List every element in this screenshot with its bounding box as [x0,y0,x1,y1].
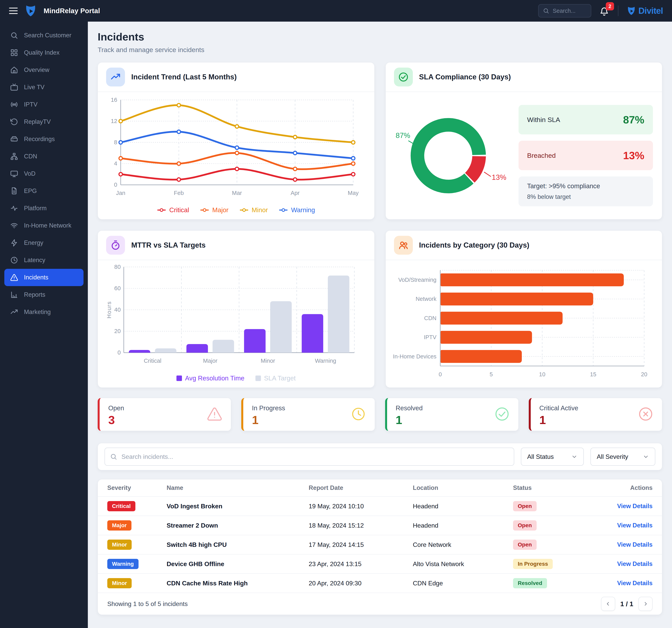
sidebar-item-marketing[interactable]: Marketing [4,304,83,321]
legend-item-major[interactable]: Major [200,206,229,214]
main-content: Incidents Track and manage service incid… [88,22,672,615]
sidebar-item-platform[interactable]: Platform [4,200,83,217]
sidebar-item-label: Platform [24,205,47,212]
sidebar-item-overview[interactable]: Overview [4,61,83,79]
sidebar-item-replaytv[interactable]: ReplayTV [4,113,83,130]
stat-label: Critical Active [539,404,653,412]
sidebar: Search CustomerQuality IndexOverviewLive… [0,22,88,628]
legend-item-warning[interactable]: Warning [279,206,315,214]
alert-triangle-icon [207,406,222,422]
category-chart: VoD/StreamingNetworkCDNIPTVIn-Home Devic… [391,268,656,381]
svg-text:87%: 87% [395,131,410,140]
incident-search-input[interactable] [121,453,509,460]
check-circle-icon [495,406,510,422]
status-badge: Open [513,539,536,550]
sidebar-item-search-customer[interactable]: Search Customer [4,27,83,44]
legend-item-minor[interactable]: Minor [240,206,268,214]
incident-location: CDN Edge [413,580,513,587]
sidebar-item-cdn[interactable]: CDN [4,148,83,165]
view-details-link[interactable]: View Details [617,541,652,548]
breached-label: Breached [527,152,556,159]
legend-item-avg-resolution-time[interactable]: Avg Resolution Time [176,375,244,382]
severity-filter-select[interactable]: All Severity [591,448,655,466]
incident-name: Switch 4B high CPU [167,541,309,549]
stats-row: Open3In Progress1Resolved1Critical Activ… [98,398,662,431]
column-header-name: Name [167,484,309,491]
page-subtitle: Track and manage service incidents [98,46,662,54]
hamburger-menu-icon[interactable] [9,8,18,14]
sidebar-item-label: Overview [24,66,49,73]
sidebar-item-live-tv[interactable]: Live TV [4,79,83,96]
next-page-button[interactable] [639,597,652,611]
filter-bar: All Status All Severity [98,443,662,470]
within-sla-value: 87% [623,114,644,126]
report-date: 20 Apr, 2024 09:30 [309,580,413,587]
sidebar-item-label: Quality Index [24,49,59,56]
svg-text:0: 0 [114,182,117,188]
chevron-left-icon [605,601,611,607]
report-date: 18 May, 2024 15:12 [309,522,413,529]
svg-text:8: 8 [114,139,117,145]
stat-value: 3 [108,414,222,426]
svg-text:Critical: Critical [144,357,162,364]
status-filter-select[interactable]: All Status [521,448,584,466]
view-details-link[interactable]: View Details [617,560,652,567]
sidebar-item-quality-index[interactable]: Quality Index [4,44,83,61]
sidebar-item-in-home-network[interactable]: In-Home Network [4,217,83,234]
sidebar-item-label: IPTV [24,101,38,108]
sitemap-icon [10,152,18,160]
search-icon [110,453,117,460]
incident-trend-card: Incident Trend (Last 5 Months) 0481216Ja… [98,62,375,219]
sidebar-item-vod[interactable]: VoD [4,165,83,182]
svg-text:Feb: Feb [174,190,184,196]
sidebar-item-reports[interactable]: Reports [4,286,83,304]
report-date: 17 May, 2024 14:15 [309,541,413,549]
view-details-link[interactable]: View Details [617,580,652,586]
svg-text:12: 12 [111,118,117,124]
stat-card-open: Open3 [98,398,231,431]
view-details-link[interactable]: View Details [617,522,652,529]
svg-text:VoD/Streaming: VoD/Streaming [398,277,436,283]
stat-value: 1 [539,414,653,426]
incident-search[interactable] [104,448,514,466]
svg-text:20: 20 [114,328,121,334]
activity-icon [10,204,18,212]
users-icon [394,236,413,255]
report-date: 19 May, 2024 10:10 [309,503,413,510]
page-title: Incidents [98,31,662,43]
sidebar-item-latency[interactable]: Latency [4,251,83,269]
sidebar-item-incidents[interactable]: Incidents [4,269,83,286]
stopwatch-icon [106,236,125,255]
svg-text:5: 5 [490,371,493,378]
legend-item-sla-target[interactable]: SLA Target [256,375,296,382]
sidebar-item-recordings[interactable]: Recordings [4,130,83,148]
prev-page-button[interactable] [601,597,615,611]
brand-name: Divitel [639,6,663,16]
notifications-button[interactable]: 2 [600,5,610,16]
check-circle-icon [394,68,413,87]
notification-badge: 2 [606,2,614,10]
severity-badge: Critical [107,501,136,511]
svg-text:Warning: Warning [315,357,336,364]
view-details-link[interactable]: View Details [617,503,652,509]
sla-target-line1: Target: >95% compliance [527,182,645,190]
sidebar-item-label: In-Home Network [24,222,71,229]
severity-badge: Warning [107,559,139,569]
svg-text:Major: Major [203,357,218,364]
sidebar-item-label: EPG [24,188,37,195]
topbar-search-input[interactable] [553,8,586,14]
svg-text:Apr: Apr [291,190,299,196]
within-sla-label: Within SLA [527,116,560,124]
incident-trend-title: Incident Trend (Last 5 Months) [131,73,237,81]
svg-text:16: 16 [111,96,117,103]
sidebar-item-iptv[interactable]: IPTV [4,96,83,113]
breached-value: 13% [623,149,644,162]
svg-text:In-Home Devices: In-Home Devices [393,353,436,360]
topbar-search[interactable] [538,4,591,18]
sidebar-item-energy[interactable]: Energy [4,234,83,251]
table-footer: Showing 1 to 5 of 5 incidents 1 / 1 [98,593,662,614]
legend-item-critical[interactable]: Critical [157,206,189,214]
category-card: Incidents by Category (30 Days) VoD/Stre… [385,231,663,388]
sidebar-item-epg[interactable]: EPG [4,182,83,200]
incident-name: Streamer 2 Down [167,522,309,529]
